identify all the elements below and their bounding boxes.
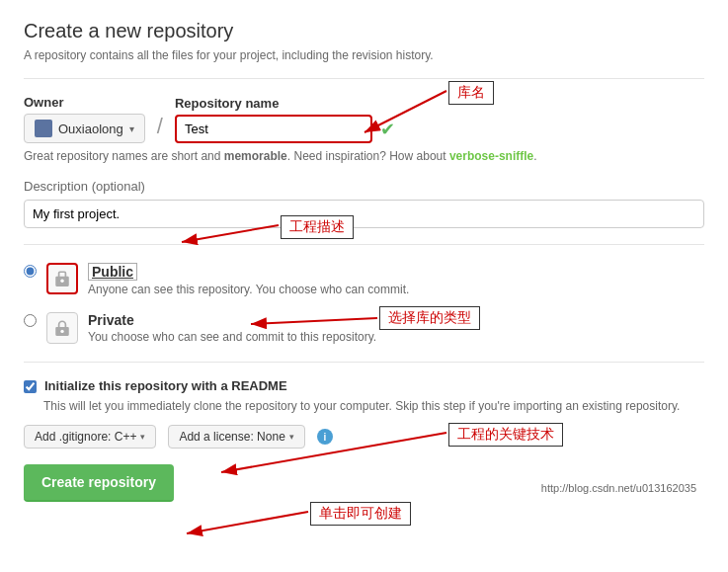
- suggestion-link[interactable]: verbose-sniffle: [449, 149, 533, 163]
- description-input[interactable]: [24, 200, 704, 228]
- svg-point-2: [60, 280, 63, 283]
- watermark: http://blog.csdn.net/u013162035: [541, 482, 696, 494]
- annotation-ku-ming: 库名: [448, 81, 494, 105]
- owner-label: Owner: [24, 95, 145, 110]
- description-label: Description (optional): [24, 179, 704, 194]
- readme-checkbox[interactable]: [24, 380, 37, 393]
- suggestion-text: Great repository names are short and mem…: [24, 149, 704, 163]
- gitignore-caret-icon: ▾: [140, 432, 145, 442]
- public-label: Public: [88, 263, 137, 281]
- owner-avatar: [35, 120, 52, 137]
- license-label: Add a license: None: [179, 430, 284, 444]
- gitignore-label: Add .gitignore: C++: [35, 430, 136, 444]
- owner-value: Ouxiaolong: [58, 122, 123, 136]
- gitignore-select[interactable]: Add .gitignore: C++ ▾: [24, 425, 156, 449]
- info-icon[interactable]: i: [317, 429, 333, 445]
- slash-separator: /: [153, 114, 167, 139]
- license-select[interactable]: Add a license: None ▾: [168, 425, 304, 449]
- annotation-dan-ji-chuang-jian: 单击即可创建: [310, 502, 411, 526]
- public-icon: [46, 263, 78, 294]
- public-radio[interactable]: [24, 265, 37, 278]
- public-desc: Anyone can see this repository. You choo…: [88, 283, 704, 296]
- public-option[interactable]: Public Anyone can see this repository. Y…: [24, 261, 704, 298]
- private-icon: [46, 312, 78, 344]
- readme-desc: This will let you immediately clone the …: [43, 399, 704, 413]
- private-option[interactable]: Private You choose who can see and commi…: [24, 310, 704, 346]
- caret-icon: ▾: [129, 123, 134, 134]
- page-title: Create a new repository: [24, 20, 704, 42]
- page-subtitle: A repository contains all the files for …: [24, 48, 704, 62]
- private-desc: You choose who can see and commit to thi…: [88, 330, 704, 344]
- license-caret-icon: ▾: [289, 432, 294, 442]
- svg-line-10: [187, 512, 308, 533]
- owner-dropdown[interactable]: Ouxiaolong ▾: [24, 114, 145, 143]
- annotation-gong-cheng-miaoshu: 工程描述: [281, 215, 354, 239]
- repo-name-label: Repository name: [175, 96, 395, 111]
- valid-check-icon: ✔: [380, 119, 395, 140]
- readme-label: Initialize this repository with a README: [44, 378, 287, 393]
- private-radio[interactable]: [24, 314, 37, 327]
- create-repository-button[interactable]: Create repository: [24, 464, 174, 502]
- svg-point-4: [60, 330, 63, 333]
- annotation-gong-cheng-jishu: 工程的关键技术: [448, 423, 563, 447]
- repo-name-input[interactable]: [175, 115, 372, 143]
- annotation-xuan-ze-lei-xing: 选择库的类型: [379, 306, 480, 330]
